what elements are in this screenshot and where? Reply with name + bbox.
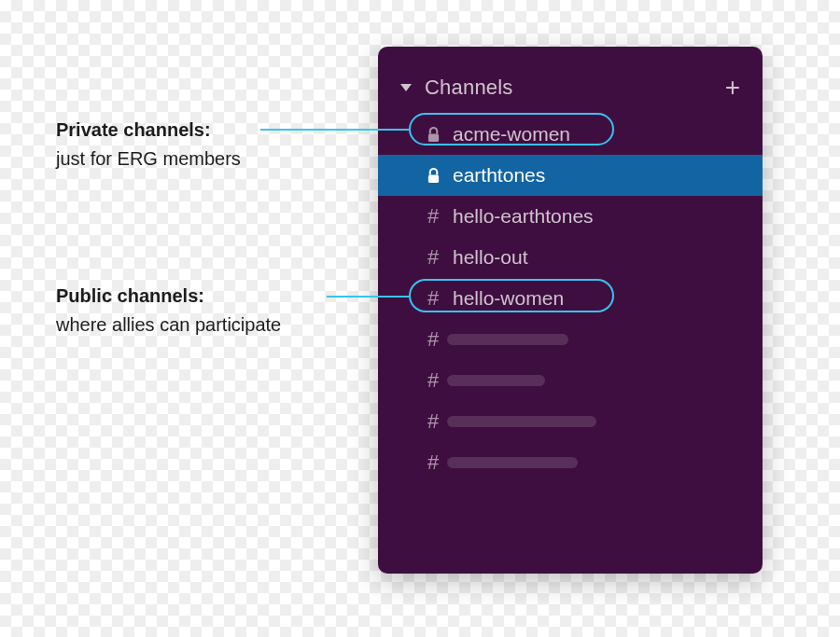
lock-icon (419, 127, 447, 143)
channel-hello-women[interactable]: # hello-women (378, 278, 763, 319)
hash-icon: # (419, 286, 447, 311)
hash-icon: # (419, 327, 447, 352)
hash-icon: # (419, 245, 447, 270)
svg-rect-1 (427, 174, 438, 182)
channel-earthtones[interactable]: earthtones (378, 155, 763, 196)
hash-icon: # (419, 450, 447, 475)
channel-name: earthtones (453, 164, 545, 187)
channel-placeholder: # (378, 360, 763, 401)
channel-name: acme-women (453, 123, 570, 145)
hash-icon: # (419, 204, 447, 228)
placeholder-bar (447, 334, 568, 345)
channel-placeholder: # (378, 442, 763, 483)
svg-rect-0 (427, 133, 438, 141)
caret-down-icon (400, 84, 412, 91)
channels-sidebar: Channels + acme-women earthtones # hello… (378, 47, 763, 574)
callout-heading: Public channels: (56, 282, 281, 311)
channels-section-title: Channels (425, 76, 725, 100)
add-channel-button[interactable]: + (725, 75, 740, 101)
placeholder-bar (447, 375, 545, 386)
leader-line-public (327, 296, 410, 298)
channel-acme-women[interactable]: acme-women (378, 114, 763, 155)
callout-body: where allies can participate (56, 311, 281, 339)
channels-header[interactable]: Channels + (378, 65, 763, 114)
channel-hello-earthtones[interactable]: # hello-earthtones (378, 196, 763, 237)
channel-name: hello-earthtones (453, 205, 594, 228)
hash-icon: # (419, 409, 447, 434)
hash-icon: # (419, 368, 447, 393)
placeholder-bar (447, 457, 578, 468)
channel-hello-out[interactable]: # hello-out (378, 237, 763, 278)
channel-name: hello-women (453, 287, 564, 310)
callout-public: Public channels: where allies can partic… (56, 282, 281, 339)
callout-private: Private channels: just for ERG members (56, 116, 241, 173)
channel-name: hello-out (453, 246, 528, 269)
placeholder-bar (447, 416, 596, 427)
lock-icon (419, 168, 447, 184)
leader-line-private (260, 129, 410, 131)
channel-placeholder: # (378, 319, 763, 360)
callout-heading: Private channels: (56, 116, 241, 145)
callout-body: just for ERG members (56, 145, 241, 173)
channel-placeholder: # (378, 401, 763, 442)
